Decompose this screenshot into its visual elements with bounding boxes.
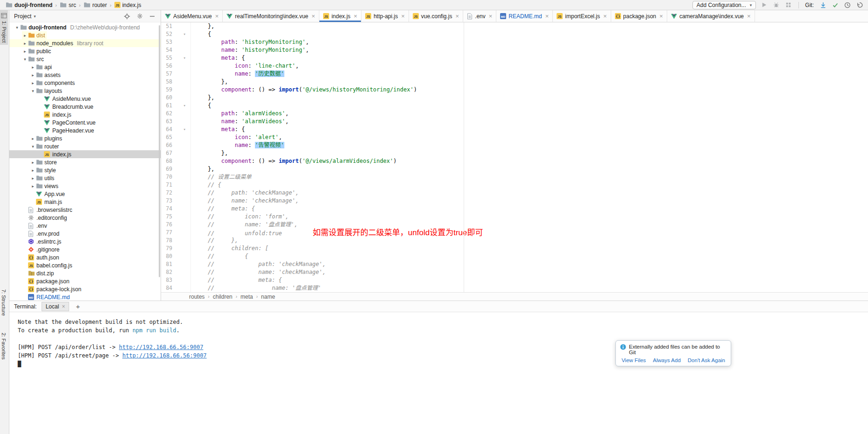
tree-item-package-json[interactable]: {}package.json [9,277,161,285]
editor-breadcrumb-children[interactable]: children [213,294,233,300]
tree-item-env[interactable]: .env [9,222,161,230]
tree-item-eslintrc-js[interactable]: .eslintrc.js [9,238,161,245]
editor-breadcrumb-routes[interactable]: routes [189,294,205,300]
breadcrumb-item-duoji-frontend[interactable]: duoji-frontend [6,2,52,8]
tree-chevron-icon[interactable]: ▾ [14,25,20,30]
gear-icon[interactable] [136,13,143,20]
close-tab-icon[interactable]: × [311,13,315,19]
editor-breadcrumb-name[interactable]: name [261,294,275,300]
close-tab-icon[interactable]: × [747,13,751,19]
add-configuration-button[interactable]: Add Configuration... ▾ [692,1,756,9]
close-tab-icon[interactable]: × [215,13,219,19]
notification-action-always-add[interactable]: Always Add [653,357,680,363]
tree-item-pageheader-vue[interactable]: PageHeader.vue [9,126,161,134]
terminal-output[interactable]: Note that the development build is not o… [9,312,868,434]
tree-chevron-icon[interactable]: ▸ [30,160,36,165]
tree-chevron-icon[interactable]: ▾ [22,57,28,62]
grid-icon[interactable] [784,1,792,9]
tree-item-style[interactable]: ▸style [9,166,161,174]
tree-item-assets[interactable]: ▸assets [9,71,161,79]
tree-item-browserslistrc[interactable]: .browserslistrc [9,206,161,214]
fold-marker-icon[interactable]: ▾ [172,126,191,133]
tool-button-structure[interactable]: 7: Structure [0,287,7,318]
editor-tab-readme-md[interactable]: MDREADME.md× [496,10,553,22]
editor-tab-importexcel-js[interactable]: JSimportExcel.js× [553,10,611,22]
tree-item-api[interactable]: ▸api [9,63,161,71]
fold-marker-icon[interactable]: ▾ [172,54,191,62]
tree-item-views[interactable]: ▸views [9,182,161,190]
tree-item-asidemenu-vue[interactable]: AsideMenu.vue [9,95,161,103]
tree-item-router[interactable]: ▾router [9,142,161,150]
tree-chevron-icon[interactable]: ▸ [30,184,36,189]
tree-item-editorconfig[interactable]: .editorconfig [9,214,161,222]
rollback-icon[interactable] [855,1,863,9]
tree-chevron-icon[interactable]: ▸ [30,81,36,85]
tree-chevron-icon[interactable]: ▸ [30,168,36,173]
tree-item-duoji-frontend[interactable]: ▾duoji-frontendD:\zheheWeb\duoji-fronten… [9,23,161,31]
tree-chevron-icon[interactable]: ▸ [30,136,36,141]
tree-chevron-icon[interactable]: ▾ [30,144,36,149]
update-icon[interactable] [819,1,827,9]
terminal-link[interactable]: http://192.168.66.56:9007 [119,344,204,350]
tree-chevron-icon[interactable]: ▸ [30,73,36,77]
close-tab-icon[interactable]: × [354,13,358,19]
editor-tab-cameramanage-index-vue[interactable]: cameraManage\index.vue× [667,10,755,22]
tree-item-src[interactable]: ▾src [9,55,161,63]
project-view-selector[interactable]: Project ▾ [14,13,36,20]
close-tab-icon[interactable]: × [659,13,663,19]
new-terminal-button[interactable]: + [74,303,82,310]
target-icon[interactable] [123,13,131,20]
editor-tab-http-api-js[interactable]: JShttp-api.js× [361,10,409,22]
tree-item-layouts[interactable]: ▾layouts [9,87,161,95]
close-tab-icon[interactable]: × [401,13,405,19]
editor-tab-env[interactable]: .env× [463,10,496,22]
notification-action-view-files[interactable]: View Files [621,357,646,363]
tree-item-dist-zip[interactable]: dist.zip [9,269,161,277]
tree-chevron-icon[interactable]: ▸ [22,41,28,46]
tree-item-readme-md[interactable]: MDREADME.md [9,293,161,301]
tool-button-favorites[interactable]: 2: Favorites [0,330,7,362]
breadcrumb-item-router[interactable]: router [84,2,107,8]
tree-chevron-icon[interactable]: ▸ [30,65,36,70]
tree-item-pagecontent-vue[interactable]: PageContent.vue [9,119,161,126]
tree-item-utils[interactable]: ▸utils [9,174,161,182]
editor-tab-index-js[interactable]: JSindex.js× [319,10,361,22]
tree-item-components[interactable]: ▸components [9,79,161,87]
tree-chevron-icon[interactable]: ▸ [22,33,28,38]
close-tab-icon[interactable]: × [455,13,459,19]
terminal-tab-local[interactable]: Local × [42,302,70,311]
tree-item-store[interactable]: ▸store [9,158,161,166]
tree-chevron-icon[interactable]: ▸ [22,49,28,54]
tree-chevron-icon[interactable]: ▾ [30,89,36,93]
editor-tab-asidemenu-vue[interactable]: AsideMenu.vue× [161,10,223,22]
tree-item-babel-config-js[interactable]: JSbabel.config.js [9,261,161,269]
play-icon[interactable] [760,1,768,9]
tree-item-main-js[interactable]: JSmain.js [9,198,161,206]
tree-item-dist[interactable]: ▸dist [9,31,161,39]
fold-marker-icon[interactable]: ▾ [172,30,191,38]
terminal-link[interactable]: http://192.168.66.56:9007 [122,352,207,359]
editor-tab-package-json[interactable]: {}package.json× [611,10,667,22]
tree-item-package-lock-json[interactable]: {}package-lock.json [9,285,161,293]
close-tab-icon[interactable]: × [603,13,607,19]
tree-item-node-modules[interactable]: ▸node_moduleslibrary root [9,39,161,47]
debug-icon[interactable] [772,1,780,9]
tree-item-public[interactable]: ▸public [9,47,161,55]
close-tab-icon[interactable]: × [545,13,549,19]
editor-tab-realtimemonitoring-index-vue[interactable]: realTimeMonitoring\index.vue× [223,10,319,22]
tool-button-project[interactable]: 1: Project [0,10,8,45]
tree-item-breadcrumb-vue[interactable]: Breadcrumb.vue [9,103,161,111]
tree-item-plugins[interactable]: ▸plugins [9,134,161,142]
tree-chevron-icon[interactable]: ▸ [30,176,36,181]
notification-action-don-t-ask-again[interactable]: Don't Ask Again [688,357,725,363]
tree-item-env-prod[interactable]: .env.prod [9,230,161,238]
code-area[interactable]: 51 },52▾ {53 path: 'historyMonitoring',5… [161,22,868,292]
breadcrumb-item-src[interactable]: src [60,2,76,8]
history-icon[interactable] [843,1,851,9]
editor-tab-vue-config-js[interactable]: JSvue.config.js× [409,10,463,22]
close-tab-icon[interactable]: × [489,13,493,19]
breadcrumb-item-index-js[interactable]: JSindex.js [114,2,141,8]
tree-item-auth-json[interactable]: {}auth.json [9,253,161,261]
editor-breadcrumb-meta[interactable]: meta [240,294,253,300]
tree-item-index-js[interactable]: JSindex.js [9,111,161,119]
